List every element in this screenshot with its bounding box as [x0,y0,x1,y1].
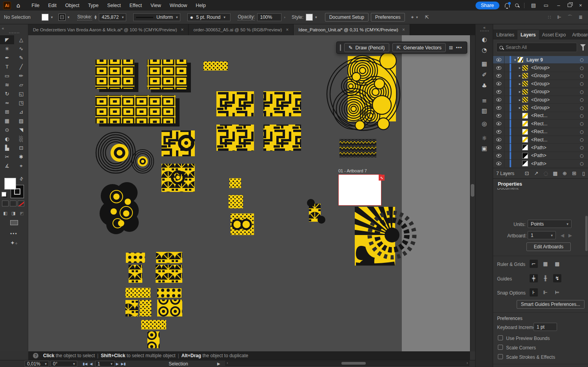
make-clipping-mask-icon[interactable]: ▩ [550,170,560,176]
scale-tool[interactable]: ◱ [14,89,28,98]
snap-to-grid-icon[interactable]: ⊩ [541,288,550,296]
layer-row[interactable]: <Rect...○ [493,112,588,120]
layers-search[interactable]: Search All [496,43,577,52]
keyboard-increment-field[interactable]: 1 pt [534,323,557,331]
dock-drag-handle[interactable] [480,31,489,31]
layer-target-icon[interactable]: ○ [580,65,584,71]
workspace-switcher-icon[interactable]: ▤ [530,2,537,8]
layer-row[interactable]: ▸<Group>○ [493,88,588,96]
gradient-panel-icon[interactable]: ◔ [475,47,493,54]
layer-label[interactable]: <Group> [531,73,550,78]
chevron-right-icon[interactable]: › [284,15,285,19]
artboard-nav-field[interactable]: 1▾ [95,361,115,367]
snap-to-pixel-icon[interactable]: ⊨ [553,288,561,296]
artboard-prev-icon[interactable]: ◀ [561,233,564,238]
symbol-sprayer-tool[interactable]: ░ [14,134,28,143]
layer-thumbnail[interactable] [522,89,528,95]
layer-label[interactable]: <Path> [531,161,546,166]
horizontal-scrollbar-thumb[interactable] [341,362,366,365]
export-actions-icon[interactable]: ⇱ [425,14,429,20]
search-icon[interactable] [515,4,519,7]
blend-tool[interactable]: ◐ [0,134,14,143]
last-artboard-icon[interactable]: ▶▮ [121,362,126,366]
layer-thumbnail[interactable] [522,161,528,166]
share-button[interactable]: Share [475,2,499,9]
artboard-next-icon[interactable]: ▶ [568,233,572,238]
artboard-badge-icon[interactable]: ↔ [379,175,385,181]
layer-label[interactable]: <Group> [531,65,550,71]
layer-row[interactable]: <Rect...○ [493,128,588,136]
collect-for-export-icon[interactable]: ⊡ [522,170,532,176]
layer-thumbnail[interactable] [522,73,528,79]
layer-thumbnail[interactable] [522,145,528,150]
shaper-tool[interactable]: ≋ [0,80,14,89]
new-layer-icon[interactable]: ⊞ [570,170,579,176]
artboard-tool[interactable]: ⊡ [14,143,28,152]
hand-tool[interactable]: ✱ [14,152,28,161]
tab-layers[interactable]: Layers [517,30,539,40]
taskbar-more-icon[interactable]: ••• [456,45,462,51]
chevron-down-icon[interactable]: ▾ [68,15,70,19]
lasso-tool[interactable]: ∿ [14,44,28,53]
layer-row[interactable]: ▸<Group>○ [493,104,588,112]
paintbrush-tool[interactable]: ✏ [14,71,28,80]
sparkle-icon[interactable]: ✦✧ [10,240,18,246]
layer-label[interactable]: <Rect... [531,121,548,127]
snap-options-icon[interactable]: ⊩ [557,14,561,20]
stroke-weight-field[interactable]: 425,872▾ [99,13,126,21]
document-setup-button[interactable]: Document Setup [325,13,368,22]
layer-row[interactable]: <Path>○ [493,144,588,152]
layer-target-icon[interactable]: ○ [580,89,584,94]
curvature-tool[interactable]: ✎ [14,53,28,62]
brushes-panel-icon[interactable]: ✐ [475,71,493,78]
menu-effect[interactable]: Effect [125,1,146,10]
close-tab-icon[interactable]: × [402,27,405,33]
visibility-toggle[interactable] [493,104,505,111]
chevron-right-icon[interactable]: ▸ [517,66,522,70]
home-icon[interactable]: ⌂ [16,2,20,9]
delete-layer-icon[interactable]: ▯ [579,170,588,176]
scroll-left-icon[interactable]: ‹ [227,361,228,365]
zoom-tool[interactable]: ⌖ [14,161,28,170]
visibility-toggle[interactable] [493,152,505,159]
layer-target-icon[interactable]: ○ [580,145,584,150]
new-sublayer-icon[interactable]: ⊕ [560,170,569,176]
document-tab-1[interactable]: De Onderzetters Van Breda Aaron & Mick.a… [28,24,189,35]
snap-to-point-icon[interactable]: ⊦ [530,288,538,296]
units-select[interactable]: Points▾ [528,220,572,228]
close-tab-icon[interactable]: × [181,27,183,33]
horizontal-scrollbar[interactable]: ‹ › [225,361,469,366]
properties-scrollbar-thumb[interactable] [585,216,588,251]
stroke-panel-icon[interactable]: ≡ [475,97,493,104]
layer-target-icon[interactable]: ○ [580,105,584,110]
pin-options-icon[interactable]: ⌖ [411,14,414,20]
layer-label[interactable]: <Group> [531,97,550,103]
selection-tool[interactable]: ◤ [0,35,14,44]
zoom-level-select[interactable]: 0,01%▾ [25,361,49,367]
appearance-panel-icon[interactable]: ☼ [475,135,493,142]
taskbar-drag-handle[interactable] [340,44,341,51]
visibility-toggle[interactable] [493,56,505,63]
layer-target-icon[interactable]: ○ [580,97,584,102]
opacity-label[interactable]: Opacity: [238,14,255,20]
stroke-swatch[interactable] [58,14,65,21]
scale-corners-checkbox[interactable] [498,345,503,350]
width-profile-select[interactable]: Uniform▾ [133,13,180,21]
arrange-documents-icon[interactable]: ▭ [543,2,550,8]
layer-label[interactable]: <Group> [531,105,550,110]
tab-asset-export[interactable]: Asset Expo [539,30,569,40]
document-tab-2[interactable]: order-300652_A5.ai @ 50 % (RGB/Preview)× [189,24,294,35]
edit-artboards-button[interactable]: Edit Artboards [526,242,571,251]
layer-thumbnail[interactable] [522,65,528,71]
layer-row[interactable]: <Path>○ [493,152,588,160]
generate-vectors-button[interactable]: ⇱Generate Vectors [392,43,446,52]
line-segment-tool[interactable]: ╱ [14,62,28,71]
magic-wand-tool[interactable]: ✳ [0,44,14,53]
artboard[interactable] [338,174,381,206]
collapse-toolbar-icon[interactable]: « [2,26,4,31]
layer-row-selected[interactable]: ▾ Layer 9 ○ [493,56,588,64]
stroke-label[interactable]: Stroke: [77,14,92,20]
layer-row[interactable]: <Path>○ [493,160,588,168]
slice-tool[interactable]: ✂ [0,152,14,161]
menu-object[interactable]: Object [61,1,83,10]
